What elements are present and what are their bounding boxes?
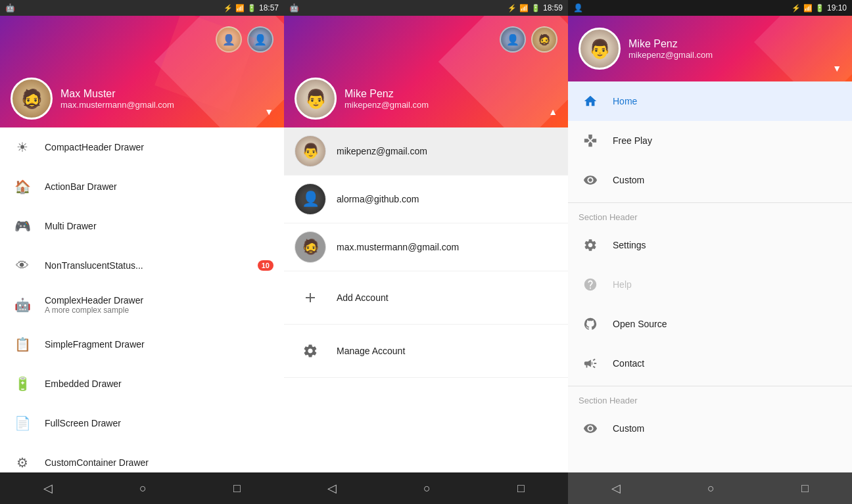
- fullscreen-icon: 📄: [11, 411, 34, 435]
- add-account-item[interactable]: Add Account: [284, 271, 568, 325]
- list-item[interactable]: 👁 NonTranslucentStatus... 10: [0, 246, 284, 285]
- megaphone-nav-icon: [579, 352, 602, 375]
- item-text: ComplexHeader Drawer A more complex samp…: [45, 295, 273, 315]
- item-text: CompactHeader Drawer: [45, 142, 273, 152]
- github-nav-icon: [579, 312, 602, 336]
- opensource-nav-label: Open Source: [613, 319, 667, 329]
- account-item[interactable]: 🧔 max.mustermann@gmail.com: [284, 223, 568, 271]
- panel-2: 🤖 ⚡ 📶 🔋 18:59 👤 🧔 👨 Mike Penz mikepenz@g…: [284, 0, 568, 504]
- list-item[interactable]: 🎮 Multi Drawer: [0, 206, 284, 246]
- gamepad-icon: 🎮: [11, 214, 34, 238]
- account-avatar-3: 🧔: [295, 231, 326, 263]
- list-item[interactable]: ⚙ CustomContainer Drawer: [0, 443, 284, 472]
- signal-icon: 📶: [235, 4, 245, 12]
- list-item[interactable]: 🔋 Embedded Drawer: [0, 364, 284, 403]
- status-right-icons: ⚡ 📶 🔋 18:57: [224, 3, 279, 12]
- settings-nav-icon: [579, 233, 602, 257]
- section-header-2: Section Header: [568, 389, 852, 409]
- status-left-icons-2: 🤖: [289, 3, 299, 12]
- badge-count: 10: [258, 260, 273, 271]
- avatar-secondary-1[interactable]: 👤: [216, 26, 242, 53]
- battery-icon: 🔋: [247, 4, 256, 12]
- signal-icon-3: 📶: [803, 4, 813, 12]
- list-item[interactable]: 📋 SimpleFragment Drawer: [0, 325, 284, 364]
- divider-1: [568, 202, 852, 203]
- help-nav-icon: [579, 273, 602, 296]
- list-item[interactable]: 🤖 ComplexHeader Drawer A more complex sa…: [0, 285, 284, 325]
- nav-item-contact[interactable]: Contact: [568, 344, 852, 383]
- section-header-text-2: Section Header: [579, 396, 638, 405]
- avatar-main-2[interactable]: 👨: [295, 78, 337, 120]
- back-button-3[interactable]: ◁: [598, 476, 634, 501]
- status-time-3: 19:10: [827, 3, 847, 12]
- android-icon-2: 🤖: [289, 3, 299, 12]
- user-info-1: 🧔 Max Muster max.mustermann@gmail.com: [11, 78, 174, 120]
- account-avatar-1: 👨: [295, 135, 326, 167]
- home-nav-label: Home: [613, 96, 637, 106]
- recents-button-1[interactable]: □: [220, 476, 254, 501]
- nav-item-opensource[interactable]: Open Source: [568, 304, 852, 344]
- dropdown-arrow-3[interactable]: ▼: [832, 63, 841, 74]
- back-button-2[interactable]: ◁: [314, 476, 350, 501]
- status-left-icons: 🤖: [5, 3, 15, 12]
- custom-nav-label: Custom: [613, 175, 644, 185]
- user-email-1: max.mustermann@gmail.com: [60, 100, 174, 110]
- account-list: 👨 mikepenz@gmail.com 👤 alorma@github.com…: [284, 127, 568, 472]
- item-text: CustomContainer Drawer: [45, 457, 273, 468]
- dropdown-arrow-2[interactable]: ▲: [548, 106, 557, 117]
- recents-button-3[interactable]: □: [788, 476, 822, 501]
- user-name-1: Max Muster: [60, 88, 174, 100]
- user-name-3: Mike Penz: [628, 38, 713, 50]
- section-header-1: Section Header: [568, 206, 852, 225]
- dropdown-arrow-1[interactable]: ▼: [264, 106, 273, 117]
- home-button-2[interactable]: ○: [410, 476, 444, 501]
- drawer-list-1: ☀ CompactHeader Drawer 🏠 ActionBar Drawe…: [0, 127, 284, 472]
- account-item[interactable]: 👤 alorma@github.com: [284, 175, 568, 223]
- home-button-3[interactable]: ○: [694, 476, 728, 501]
- nav-item-freeplay[interactable]: Free Play: [568, 121, 852, 160]
- user-email-2: mikepenz@gmail.com: [344, 100, 429, 110]
- list-item[interactable]: ☀ CompactHeader Drawer: [0, 127, 284, 167]
- status-time-1: 18:57: [259, 3, 279, 12]
- list-item[interactable]: 🏠 ActionBar Drawer: [0, 167, 284, 206]
- bluetooth-icon-2: ⚡: [508, 4, 517, 12]
- recents-button-2[interactable]: □: [504, 476, 538, 501]
- item-text: SimpleFragment Drawer: [45, 339, 273, 350]
- account-item[interactable]: 👨 mikepenz@gmail.com: [284, 127, 568, 175]
- avatar-main-3[interactable]: 👨: [579, 28, 621, 70]
- user-name-2: Mike Penz: [344, 88, 429, 100]
- home-nav-icon: [579, 89, 602, 113]
- add-account-label: Add Account: [337, 292, 389, 303]
- panel-3: 👤 ⚡ 📶 🔋 19:10 👨 Mike Penz mikepenz@gmail…: [568, 0, 852, 504]
- account-avatar-2: 👤: [295, 183, 326, 215]
- item-text: Embedded Drawer: [45, 378, 273, 389]
- status-left-icons-3: 👤: [573, 3, 583, 12]
- avatar-secondary-4[interactable]: 🧔: [531, 26, 557, 53]
- nav-list-3: Home Free Play Custom Section Header: [568, 81, 852, 472]
- sun-icon: ☀: [11, 135, 34, 159]
- avatar-main-1[interactable]: 🧔: [11, 78, 53, 120]
- android-icon: 🤖: [11, 293, 34, 317]
- nav-bar-3: ◁ ○ □: [568, 472, 852, 504]
- avatar-secondary-3[interactable]: 👤: [500, 26, 526, 53]
- manage-account-item[interactable]: Manage Account: [284, 325, 568, 378]
- contact-nav-label: Contact: [613, 358, 644, 369]
- user-text-3: Mike Penz mikepenz@gmail.com: [628, 38, 713, 60]
- back-button-1[interactable]: ◁: [30, 476, 66, 501]
- eye-nav-icon-2: [579, 417, 602, 440]
- bluetooth-icon: ⚡: [224, 4, 233, 12]
- manage-account-label: Manage Account: [337, 346, 405, 356]
- section-header-text-1: Section Header: [579, 212, 638, 222]
- nav-item-custom[interactable]: Custom: [568, 160, 852, 200]
- help-nav-label: Help: [613, 279, 632, 290]
- nav-item-help[interactable]: Help: [568, 265, 852, 304]
- avatar-secondary-2[interactable]: 👤: [247, 26, 273, 53]
- nav-item-home[interactable]: Home: [568, 81, 852, 121]
- item-text: NonTranslucentStatus...: [45, 260, 258, 271]
- battery-icon-2: 🔋: [531, 4, 540, 12]
- home-button-1[interactable]: ○: [126, 476, 160, 501]
- list-item[interactable]: 📄 FullScreen Drawer: [0, 403, 284, 443]
- user-info-2: 👨 Mike Penz mikepenz@gmail.com: [295, 78, 429, 120]
- nav-item-settings[interactable]: Settings: [568, 225, 852, 265]
- nav-item-custom2[interactable]: Custom: [568, 409, 852, 448]
